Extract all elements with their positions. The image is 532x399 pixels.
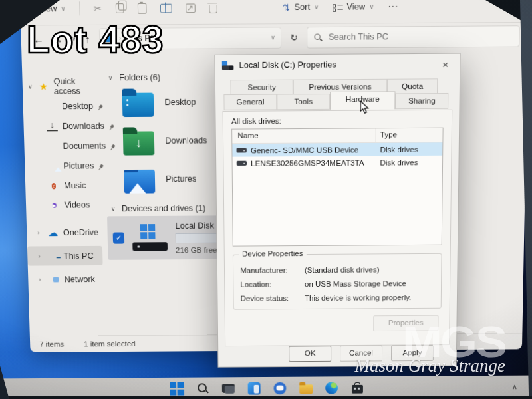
- row-type: Disk drives: [375, 145, 442, 154]
- drives-header-label: Devices and drives (1): [122, 203, 205, 213]
- tab-tools[interactable]: Tools: [277, 94, 330, 110]
- address-dropdown-chevron-icon[interactable]: ∨: [271, 34, 275, 41]
- checkbox-checked-icon[interactable]: ✓: [113, 232, 125, 243]
- start-button[interactable]: [169, 381, 185, 397]
- onedrive-cloud-icon: ☁: [47, 226, 59, 238]
- taskbar-overflow-chevron-icon[interactable]: ∧: [512, 376, 518, 398]
- copy-icon[interactable]: [115, 3, 124, 13]
- cut-icon[interactable]: ✂: [94, 3, 102, 14]
- local-disk-icon: [132, 223, 168, 252]
- sidebar-item-desktop[interactable]: Desktop: [23, 96, 103, 116]
- paste-icon[interactable]: [137, 3, 146, 13]
- folder-tile-pictures[interactable]: Pictures: [124, 164, 197, 193]
- search-icon: [196, 382, 208, 394]
- column-header-name[interactable]: Name: [232, 128, 375, 143]
- pictures-folder-icon: [124, 170, 155, 194]
- widgets-icon: [248, 382, 261, 394]
- widgets-button[interactable]: [246, 380, 262, 396]
- new-button[interactable]: + New ∨: [30, 3, 66, 15]
- chevron-right-icon[interactable]: ›: [38, 253, 43, 259]
- sidebar-item-label: Pictures: [63, 161, 94, 171]
- sidebar-item-this-pc[interactable]: › This PC: [27, 246, 103, 266]
- file-explorer-button[interactable]: [298, 380, 314, 396]
- view-button-label: View: [346, 2, 365, 12]
- search-box[interactable]: [307, 25, 520, 48]
- downloads-folder-icon: ↓: [123, 131, 155, 155]
- pin-icon: [96, 104, 100, 108]
- hard-drive-icon: [132, 242, 168, 251]
- sort-arrows-icon: ⇅: [283, 2, 290, 13]
- quick-access-star-icon: ★: [38, 80, 49, 92]
- view-layout-icon-part: [332, 8, 336, 12]
- explorer-sidebar: ∨ ★ Quick access Desktop ↓ Downloads Doc…: [21, 53, 108, 336]
- chevron-down-icon: ∨: [61, 5, 65, 13]
- taskbar-search-button[interactable]: [194, 380, 210, 396]
- chat-icon: [273, 382, 286, 394]
- videos-icon: ▶: [53, 203, 57, 208]
- drive-row-icon: [237, 161, 247, 166]
- folder-tile-desktop[interactable]: Desktop: [122, 88, 196, 117]
- drives-section-header[interactable]: ∨ Devices and drives (1): [111, 203, 205, 213]
- chevron-down-icon[interactable]: ∨: [28, 83, 33, 90]
- item-count: 7 items: [39, 340, 64, 348]
- sidebar-item-music[interactable]: ♫ Music: [25, 175, 106, 195]
- tab-sharing[interactable]: Sharing: [395, 93, 448, 109]
- property-row-manufacturer: Manufacturer: (Standard disk drives): [240, 265, 434, 275]
- sort-button[interactable]: ⇅ Sort ∨: [283, 2, 319, 13]
- sidebar-item-documents[interactable]: Documents: [24, 136, 104, 156]
- sidebar-item-quick-access[interactable]: ∨ ★ Quick access: [22, 76, 103, 96]
- chevron-right-icon[interactable]: ›: [37, 229, 43, 236]
- list-row-lense-ssd[interactable]: LENSE30256GMSP34MEAT3TA Disk drives: [233, 156, 443, 170]
- tab-security[interactable]: Security: [230, 80, 293, 96]
- pin-icon: [97, 163, 101, 168]
- selection-count: 1 item selected: [84, 340, 136, 348]
- sidebar-item-videos[interactable]: ▶ Videos: [26, 195, 106, 215]
- column-header-type[interactable]: Type: [375, 128, 442, 142]
- chevron-down-icon: ∨: [314, 3, 319, 11]
- dialog-title: Local Disk (C:) Properties: [239, 60, 336, 70]
- tab-general[interactable]: General: [223, 94, 277, 110]
- toolbar-divider: [79, 1, 80, 15]
- hardware-tab-page: All disk drives: Name Type Generic- SD/M…: [223, 110, 453, 346]
- property-row-device-status: Device status: This device is working pr…: [241, 293, 434, 303]
- disk-drives-list: Name Type Generic- SD/MMC USB Device Dis…: [231, 128, 444, 247]
- task-view-button[interactable]: [220, 380, 236, 396]
- sort-button-label: Sort: [294, 2, 310, 12]
- folder-tile-label: Downloads: [165, 136, 207, 146]
- sidebar-item-network[interactable]: › Network: [28, 269, 107, 289]
- refresh-icon[interactable]: ↻: [290, 32, 297, 43]
- new-button-label: New: [39, 4, 57, 14]
- windows-start-icon: [170, 382, 184, 396]
- desktop-folder-icon: [122, 93, 154, 117]
- view-button[interactable]: View ∨: [332, 2, 374, 12]
- rename-icon[interactable]: [160, 3, 172, 13]
- list-row-generic-sd-mmc[interactable]: Generic- SD/MMC USB Device Disk drives: [232, 142, 442, 156]
- sidebar-item-pictures[interactable]: Pictures: [25, 156, 105, 176]
- property-value: (Standard disk drives): [305, 265, 380, 274]
- chat-button[interactable]: [272, 380, 288, 396]
- search-icon: [314, 33, 321, 41]
- edge-button[interactable]: [324, 380, 340, 396]
- disk-drive-icon: [222, 61, 234, 70]
- search-input[interactable]: [327, 31, 512, 43]
- sidebar-item-onedrive[interactable]: › ☁ OneDrive: [27, 222, 106, 242]
- store-button[interactable]: [349, 380, 365, 396]
- sidebar-item-label: Documents: [63, 141, 106, 151]
- ok-button[interactable]: OK: [289, 346, 331, 362]
- list-header: Name Type: [232, 128, 442, 144]
- chevron-right-icon[interactable]: ›: [39, 276, 44, 283]
- close-icon[interactable]: ×: [438, 58, 453, 70]
- sidebar-item-label: Network: [64, 275, 94, 284]
- more-options-icon[interactable]: ⋯: [388, 0, 398, 13]
- property-row-location: Location: on USB Mass Storage Device: [240, 279, 434, 289]
- down-arrow-icon: ↓: [123, 131, 155, 155]
- sidebar-item-label: Videos: [65, 200, 90, 209]
- share-icon[interactable]: ↗: [186, 3, 196, 13]
- plus-icon: +: [30, 3, 36, 15]
- delete-icon[interactable]: [209, 5, 217, 13]
- sidebar-item-downloads[interactable]: ↓ Downloads: [23, 116, 104, 136]
- sidebar-item-label: Quick access: [53, 76, 103, 96]
- windows-flag-icon: [140, 224, 147, 231]
- folder-tile-downloads[interactable]: ↓ Downloads: [123, 126, 207, 156]
- folders-section-header[interactable]: ∨ Folders (6): [108, 72, 161, 82]
